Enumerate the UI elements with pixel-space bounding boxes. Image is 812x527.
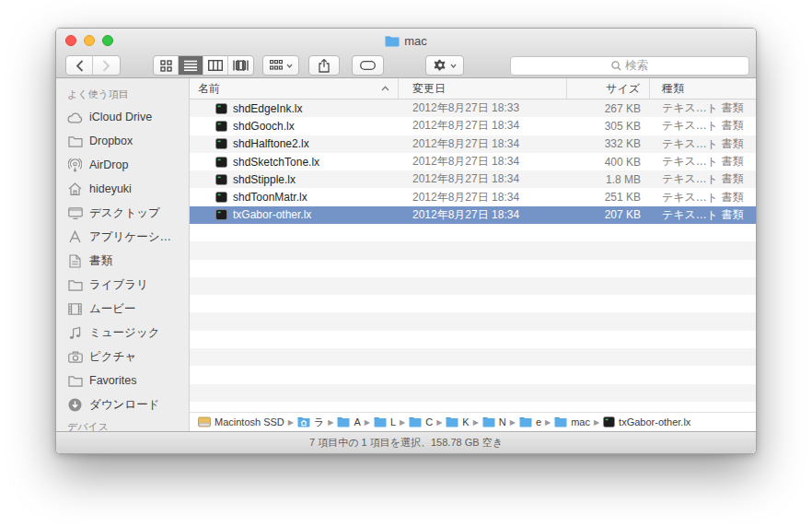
sidebar-item[interactable]: iCloud Drive <box>56 105 189 129</box>
path-item-label: L <box>390 416 396 427</box>
file-row[interactable]: shdSketchTone.lx 2012年8月27日 18:34 400 KB… <box>190 153 756 170</box>
path-item[interactable]: ラ <box>297 416 324 429</box>
list-view-button[interactable] <box>179 56 203 75</box>
downloads-icon <box>67 397 83 413</box>
minimize-button[interactable] <box>84 35 95 46</box>
path-separator-icon: ▶ <box>400 418 405 427</box>
sidebar-item[interactable]: 書類 <box>56 249 189 273</box>
file-kind-cell: テキス…ト 書類 <box>650 136 756 152</box>
column-view-button[interactable] <box>203 56 228 75</box>
share-button[interactable] <box>308 55 340 76</box>
coverflow-view-icon <box>233 60 249 71</box>
file-kind-cell: テキス…ト 書類 <box>650 171 756 187</box>
bluefolder-icon <box>554 416 567 427</box>
file-row[interactable]: txGabor-other.lx 2012年8月27日 18:34 207 KB… <box>190 206 756 224</box>
file-name-cell: shdSketchTone.lx <box>190 156 399 169</box>
file-row[interactable]: shdGooch.lx 2012年8月27日 18:34 305 KB テキス…… <box>190 117 756 135</box>
executable-file-icon <box>215 103 227 114</box>
sidebar-item[interactable]: ダウンロード <box>56 392 189 416</box>
file-date-cell: 2012年8月27日 18:34 <box>399 171 567 187</box>
search-input[interactable]: 検索 <box>510 56 749 76</box>
forward-button[interactable] <box>93 56 120 75</box>
sidebar-items: iCloud Drive Dropbox AirDrop hideyuki デス… <box>56 105 189 416</box>
file-name: shdHalftone2.lx <box>233 137 309 150</box>
sidebar-item-label: Favorites <box>89 374 136 387</box>
path-item[interactable]: L <box>374 416 396 427</box>
path-item[interactable]: Macintosh SSD <box>198 416 284 427</box>
movies-icon <box>67 301 83 317</box>
sidebar-item[interactable]: ムービー <box>56 297 189 321</box>
tag-button[interactable] <box>352 55 384 76</box>
path-separator-icon: ▶ <box>510 418 516 427</box>
back-button[interactable] <box>66 56 93 75</box>
file-name: shdSketchTone.lx <box>233 156 319 169</box>
path-separator-icon: ▶ <box>328 418 333 427</box>
file-row[interactable]: shdStipple.lx 2012年8月27日 18:34 1.8 MB テキ… <box>190 170 756 188</box>
path-separator-icon: ▶ <box>545 418 551 427</box>
window-title: mac <box>385 34 427 48</box>
path-item-label: Macintosh SSD <box>215 416 284 427</box>
sidebar-item[interactable]: ピクチャ <box>56 345 189 369</box>
zoom-button[interactable] <box>102 35 113 46</box>
path-item[interactable]: txGabor-other.lx <box>603 416 690 427</box>
file-icon <box>603 416 615 427</box>
sidebar-item[interactable]: Favorites <box>56 369 189 392</box>
path-item[interactable]: e <box>519 416 541 427</box>
file-date-cell: 2012年8月27日 18:34 <box>399 207 567 223</box>
sort-ascending-icon <box>381 86 389 91</box>
file-size-cell: 207 KB <box>567 208 650 221</box>
sidebar-item[interactable]: ライブラリ <box>56 273 189 297</box>
column-header-name[interactable]: 名前 <box>190 78 399 99</box>
share-icon <box>319 59 330 73</box>
sidebar-item[interactable]: デスクトップ <box>56 201 189 225</box>
file-name: shdToonMatr.lx <box>233 191 307 204</box>
file-date-cell: 2012年8月27日 18:34 <box>399 154 567 170</box>
sidebar-item[interactable]: hideyuki <box>56 177 189 201</box>
file-kind-cell: テキス…ト 書類 <box>650 190 756 205</box>
sidebar-item-label: アプリケーシ… <box>89 229 171 245</box>
file-row[interactable]: shdToonMatr.lx 2012年8月27日 18:34 251 KB テ… <box>190 188 756 205</box>
sidebar-item-label: ミュージック <box>89 325 159 341</box>
path-item[interactable]: N <box>482 416 506 427</box>
folder-icon <box>67 373 83 389</box>
search-icon <box>611 61 621 71</box>
chevron-down-icon <box>450 64 457 68</box>
bluefolder-icon <box>519 416 532 427</box>
music-icon <box>67 325 83 341</box>
coverflow-view-button[interactable] <box>228 56 253 75</box>
column-header-date[interactable]: 変更日 <box>399 78 567 99</box>
icon-view-button[interactable] <box>154 56 179 75</box>
path-item[interactable]: K <box>446 416 469 427</box>
action-button[interactable] <box>425 55 464 76</box>
home-icon <box>67 182 83 197</box>
sidebar-item[interactable]: ミュージック <box>56 321 189 345</box>
pictures-icon <box>67 349 83 365</box>
column-header-kind[interactable]: 種類 <box>650 78 756 99</box>
executable-file-icon <box>215 209 227 220</box>
path-item-label: N <box>499 416 506 427</box>
path-separator-icon: ▶ <box>288 418 294 427</box>
sidebar-item[interactable]: AirDrop <box>56 153 189 177</box>
file-row[interactable]: shdEdgeInk.lx 2012年8月27日 18:33 267 KB テキ… <box>190 100 756 117</box>
executable-file-icon <box>215 174 227 185</box>
file-row[interactable]: shdHalftone2.lx 2012年8月27日 18:34 332 KB … <box>190 135 756 153</box>
column-header-size[interactable]: サイズ <box>567 78 650 99</box>
path-bar: Macintosh SSD ▶ ラ ▶ A ▶ L ▶ C ▶ K ▶ N ▶ … <box>190 412 756 431</box>
path-item[interactable]: A <box>337 416 360 427</box>
file-kind-cell: テキス…ト 書類 <box>650 207 756 223</box>
titlebar[interactable]: mac <box>56 29 756 53</box>
bluefolder-icon <box>374 416 387 427</box>
sidebar-item-label: ムービー <box>89 301 136 317</box>
sidebar-item[interactable]: Dropbox <box>56 129 189 153</box>
path-item-label: A <box>354 416 360 427</box>
close-button[interactable] <box>65 35 76 46</box>
sidebar-item[interactable]: アプリケーシ… <box>56 225 189 249</box>
empty-rows-area[interactable] <box>190 224 756 412</box>
file-name-cell: shdStipple.lx <box>190 173 399 186</box>
path-item[interactable]: C <box>409 416 433 427</box>
arrange-button[interactable] <box>262 55 299 76</box>
path-item[interactable]: mac <box>554 416 590 427</box>
folder-icon <box>67 277 83 293</box>
file-size-cell: 400 KB <box>567 156 650 169</box>
path-item-label: K <box>462 416 469 427</box>
